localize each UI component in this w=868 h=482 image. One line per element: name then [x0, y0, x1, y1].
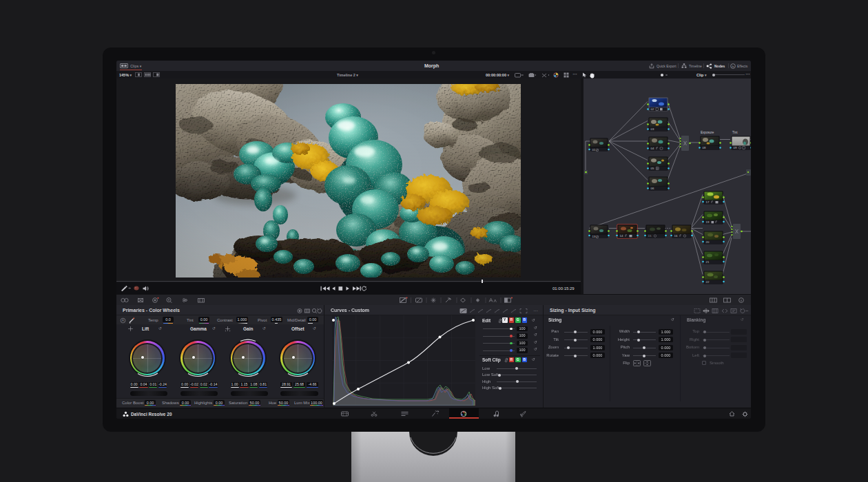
svg-text:06: 06	[651, 187, 654, 190]
svg-text:02: 02	[651, 107, 654, 111]
svg-text:⋯: ⋯	[533, 308, 538, 313]
svg-text:20: 20	[706, 240, 710, 244]
svg-text:17: 17	[706, 200, 710, 204]
svg-text:14: 14	[620, 234, 623, 238]
svg-text:01: 01	[592, 148, 596, 151]
svg-text:fx: fx	[732, 64, 734, 67]
svg-text:15: 15	[648, 234, 652, 238]
svg-text:05: 05	[651, 167, 654, 170]
svg-text:09: 09	[734, 146, 737, 149]
svg-text:08: 08	[703, 146, 706, 149]
svg-text:04: 04	[651, 147, 654, 150]
svg-text:Tint: Tint	[732, 131, 738, 134]
svg-text:19: 19	[706, 220, 710, 224]
svg-text:Exposure: Exposure	[701, 131, 714, 134]
svg-text:22: 22	[706, 280, 710, 284]
svg-text:13: 13	[592, 235, 596, 238]
svg-text:21: 21	[706, 260, 710, 264]
svg-text:03: 03	[651, 127, 654, 131]
svg-text:A: A	[122, 318, 125, 322]
svg-text:16: 16	[674, 234, 678, 238]
